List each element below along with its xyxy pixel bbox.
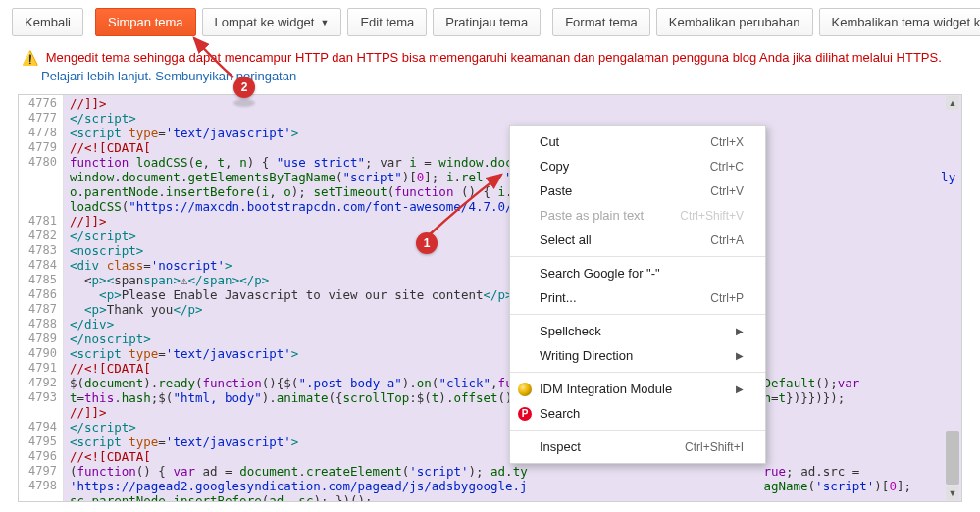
annotation-badge-1: 1 xyxy=(416,232,438,254)
menu-spellcheck[interactable]: Spellcheck▶ xyxy=(510,319,765,343)
back-button[interactable]: Kembali xyxy=(12,8,83,36)
menu-search-google[interactable]: Search Google for "-" xyxy=(510,261,765,285)
menu-select-all[interactable]: Select allCtrl+A xyxy=(510,228,765,252)
menu-writing-direction[interactable]: Writing Direction▶ xyxy=(510,343,765,368)
revert-changes-button[interactable]: Kembalikan perubahan xyxy=(656,8,813,36)
vertical-scrollbar[interactable] xyxy=(946,97,959,499)
warning-row: ⚠️ Mengedit tema sehingga dapat mencampu… xyxy=(0,44,980,94)
warning-icon: ⚠️ xyxy=(22,50,38,66)
reset-widget-theme-button[interactable]: Kembalikan tema widget ke default xyxy=(819,8,980,36)
scrollbar-thumb[interactable] xyxy=(946,431,959,485)
chevron-right-icon: ▶ xyxy=(736,384,744,394)
code-editor[interactable]: 47764777477847794780 4781478247834784478… xyxy=(18,94,962,502)
caret-down-icon: ▼ xyxy=(320,18,329,27)
edit-theme-button[interactable]: Edit tema xyxy=(347,8,427,36)
menu-pinterest-search[interactable]: Search xyxy=(510,401,765,426)
preview-theme-button[interactable]: Pratinjau tema xyxy=(433,8,541,36)
hide-warning-link[interactable]: Sembunyikan peringatan xyxy=(155,69,296,83)
menu-copy[interactable]: CopyCtrl+C xyxy=(510,154,765,179)
context-menu: CutCtrl+X CopyCtrl+C PasteCtrl+V Paste a… xyxy=(509,125,766,464)
menu-separator xyxy=(510,430,765,431)
warning-text: Mengedit tema sehingga dapat mencampur H… xyxy=(46,50,942,65)
toolbar: Kembali Simpan tema Lompat ke widget▼ Ed… xyxy=(0,0,980,44)
menu-print[interactable]: Print...Ctrl+P xyxy=(510,285,765,310)
menu-paste[interactable]: PasteCtrl+V xyxy=(510,179,765,203)
chevron-right-icon: ▶ xyxy=(736,350,744,361)
pinterest-icon xyxy=(517,406,533,422)
annotation-badge-2: 2 xyxy=(233,77,255,98)
menu-separator xyxy=(510,372,765,373)
chevron-right-icon: ▶ xyxy=(736,326,744,336)
menu-idm-module[interactable]: IDM Integration Module▶ xyxy=(510,377,765,401)
line-number-gutter: 47764777477847794780 4781478247834784478… xyxy=(19,95,64,501)
menu-separator xyxy=(510,314,765,315)
menu-inspect[interactable]: InspectCtrl+Shift+I xyxy=(510,435,765,459)
menu-separator xyxy=(510,256,765,257)
scroll-down-button[interactable]: ▼ xyxy=(946,486,959,500)
jump-widget-button[interactable]: Lompat ke widget▼ xyxy=(202,8,342,36)
format-theme-button[interactable]: Format tema xyxy=(552,8,650,36)
jump-widget-label: Lompat ke widget xyxy=(215,15,315,29)
learn-more-link[interactable]: Pelajari lebih lanjut. xyxy=(41,69,152,83)
save-theme-button[interactable]: Simpan tema xyxy=(95,8,196,36)
idm-icon xyxy=(517,382,533,397)
menu-cut[interactable]: CutCtrl+X xyxy=(510,129,765,154)
menu-paste-plain: Paste as plain textCtrl+Shift+V xyxy=(510,203,765,228)
